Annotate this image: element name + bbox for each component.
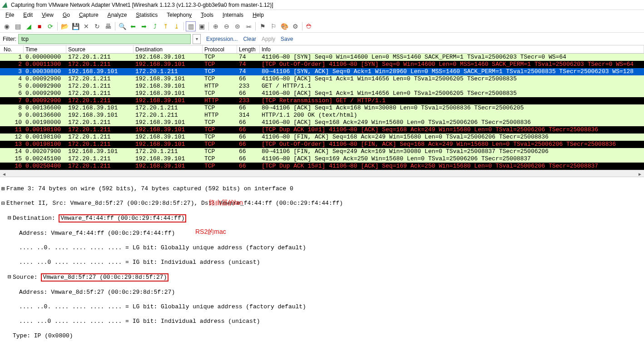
help-icon[interactable]: ⛑ — [304, 21, 314, 31]
col-length[interactable]: Length — [237, 45, 260, 53]
packet-row[interactable]: 90.00136600192.168.39.101172.20.1.211HTT… — [0, 112, 644, 119]
menu-edit[interactable]: Edit — [20, 11, 36, 19]
reload-icon[interactable]: ↻ — [92, 21, 102, 31]
ig-bit: .... ...0 .... .... .... .... = IG bit: … — [19, 259, 260, 266]
scroll-right-icon[interactable]: ► — [637, 171, 643, 177]
frame-line[interactable]: Frame 3: 74 bytes on wire (592 bits), 74… — [6, 185, 293, 193]
autoscroll-icon[interactable]: ▣ — [197, 21, 207, 31]
expand-icon[interactable]: ⊞ — [0, 185, 6, 193]
capture-filters-icon[interactable]: ⚑ — [258, 21, 268, 31]
interfaces-icon[interactable]: ◉ — [2, 21, 12, 31]
collapse-icon[interactable]: ⊟ — [0, 200, 6, 207]
packet-row[interactable]: 150.00245100172.20.1.211192.168.39.101TC… — [0, 155, 644, 163]
col-no[interactable]: No. — [2, 45, 24, 53]
menu-analyze[interactable]: Analyze — [104, 11, 131, 19]
col-protocol[interactable]: Protocol — [203, 45, 237, 53]
colorize-icon[interactable]: ▥ — [186, 21, 196, 31]
source-line[interactable]: Source: Vmware_8d:5f:27 (00:0c:29:8d:5f:… — [13, 273, 168, 282]
menu-view[interactable]: View — [38, 11, 57, 19]
zoom-out-icon[interactable]: ⊖ — [222, 21, 232, 31]
packet-row[interactable]: 100.00198000172.20.1.211192.168.39.101TC… — [0, 119, 644, 126]
packet-details[interactable]: ⊞Frame 3: 74 bytes on wire (592 bits), 7… — [0, 177, 644, 346]
col-destination[interactable]: Destination — [134, 45, 203, 53]
menu-tools[interactable]: Tools — [197, 11, 217, 19]
first-icon[interactable]: ⤒ — [161, 21, 171, 31]
expression-link[interactable]: Expression... — [206, 36, 238, 42]
zoom-reset-icon[interactable]: ⊜ — [233, 21, 243, 31]
collapse-icon[interactable]: ⊟ — [6, 273, 13, 281]
window-title: Capturing from VMware Network Adapter VM… — [11, 2, 273, 8]
back-icon[interactable]: ⬅ — [128, 21, 138, 31]
packet-list-header: No. Time Source Destination Protocol Len… — [0, 45, 644, 54]
prefs-icon[interactable]: ⚙ — [290, 21, 300, 31]
open-icon[interactable]: 📂 — [59, 21, 69, 31]
close-icon[interactable]: ✕ — [81, 21, 91, 31]
save-icon[interactable]: 💾 — [70, 21, 80, 31]
coloring-rules-icon[interactable]: 🎨 — [279, 21, 289, 31]
scroll-left-icon[interactable]: ◄ — [1, 171, 7, 177]
zoom-in-icon[interactable]: ⊕ — [211, 21, 221, 31]
packet-row[interactable]: 110.00198100172.20.1.211192.168.39.101TC… — [0, 126, 644, 133]
menu-capture[interactable]: Capture — [75, 11, 102, 19]
display-filters-icon[interactable]: ⚐ — [268, 21, 278, 31]
print-icon[interactable]: 🖶 — [103, 21, 113, 31]
packet-row[interactable]: 10.00000000172.20.1.211192.168.39.101TCP… — [0, 54, 644, 61]
packet-row[interactable]: 60.00092900172.20.1.211192.168.39.101TCP… — [0, 90, 644, 97]
clear-link[interactable]: Clear — [243, 36, 256, 42]
ethernet-line[interactable]: Ethernet II, Src: Vmware_8d:5f:27 (00:0c… — [6, 200, 343, 207]
menu-bar: File Edit View Go Capture Analyze Statis… — [0, 10, 644, 20]
forward-icon[interactable]: ➡ — [139, 21, 149, 31]
packet-row[interactable]: 120.00198100172.20.1.211192.168.39.101TC… — [0, 133, 644, 141]
menu-file[interactable]: File — [2, 11, 18, 19]
menu-internals[interactable]: Internals — [219, 11, 247, 19]
collapse-icon[interactable]: ⊟ — [6, 214, 13, 222]
packet-row[interactable]: 70.00092900172.20.1.211192.168.39.101HTT… — [0, 97, 644, 104]
lg-bit: .... ..0. .... .... .... .... = LG bit: … — [19, 244, 306, 252]
last-icon[interactable]: ⤓ — [172, 21, 182, 31]
save-link[interactable]: Save — [281, 36, 293, 42]
packet-row[interactable]: 40.00092900172.20.1.211192.168.39.101TCP… — [0, 75, 644, 83]
col-source[interactable]: Source — [66, 45, 134, 53]
annotation-rs2-mac: RS2的mac — [195, 228, 226, 235]
ig-bit-2: .... ...0 .... .... .... .... = IG bit: … — [19, 318, 260, 325]
packet-row[interactable]: 30.00030800192.168.39.101172.20.1.211TCP… — [0, 68, 644, 75]
dest-addr: Address: Vmware_f4:44:ff (00:0c:29:f4:44… — [19, 230, 175, 237]
h-scrollbar[interactable]: ◄ ► — [0, 170, 644, 177]
goto-icon[interactable]: ⤴ — [150, 21, 160, 31]
menu-telephony[interactable]: Telephony — [163, 11, 195, 19]
col-time[interactable]: Time — [24, 45, 66, 53]
toolbar: ◉ ▤ ◢ ■ ⟳ 📂 💾 ✕ ↻ 🖶 🔍 ⬅ ➡ ⤴ ⤒ ⤓ ▥ ▣ ⊕ ⊖ … — [0, 20, 644, 33]
start-icon[interactable]: ◢ — [24, 21, 34, 31]
filter-dropdown-icon[interactable]: ▾ — [193, 34, 201, 44]
filter-input[interactable]: tcp — [18, 34, 191, 44]
packet-row[interactable]: 80.00136600192.168.39.101172.20.1.211TCP… — [0, 104, 644, 112]
menu-go[interactable]: Go — [59, 11, 74, 19]
options-icon[interactable]: ▤ — [13, 21, 23, 31]
stop-icon[interactable]: ■ — [35, 21, 45, 31]
menu-statistics[interactable]: Statistics — [132, 11, 161, 19]
title-bar: Capturing from VMware Network Adapter VM… — [0, 0, 644, 10]
annotation-router-lan: 路由器的lan — [209, 199, 243, 206]
packet-row[interactable]: 50.00092900172.20.1.211192.168.39.101HTT… — [0, 83, 644, 90]
packet-row[interactable]: 160.00250400172.20.1.211192.168.39.101TC… — [0, 163, 644, 170]
type-line: Type: IP (0x0800) — [13, 332, 73, 340]
lg-bit-2: .... ..0. .... .... .... .... = LG bit: … — [19, 303, 306, 311]
wireshark-icon — [2, 2, 9, 8]
find-icon[interactable]: 🔍 — [117, 21, 127, 31]
packet-list[interactable]: 10.00000000172.20.1.211192.168.39.101TCP… — [0, 54, 644, 170]
restart-icon[interactable]: ⟳ — [45, 21, 55, 31]
filter-bar: Filter: tcp ▾ Expression... Clear Apply … — [0, 33, 644, 45]
packet-row[interactable]: 130.00198100172.20.1.211192.168.39.101TC… — [0, 141, 644, 148]
packet-row[interactable]: 140.00207900192.168.39.101172.20.1.211TC… — [0, 148, 644, 155]
resize-cols-icon[interactable]: ⫘ — [243, 21, 253, 31]
src-addr: Address: Vmware_8d:5f:27 (00:0c:29:8d:5f… — [19, 289, 175, 296]
packet-row[interactable]: 20.00011300172.20.1.211192.168.39.101TCP… — [0, 61, 644, 68]
apply-link[interactable]: Apply — [262, 36, 275, 42]
menu-help[interactable]: Help — [249, 11, 268, 19]
filter-label: Filter: — [3, 36, 16, 42]
col-info[interactable]: Info — [260, 45, 644, 53]
dest-line[interactable]: Destination: Vmware_f4:44:ff (00:0c:29:f… — [13, 214, 186, 222]
